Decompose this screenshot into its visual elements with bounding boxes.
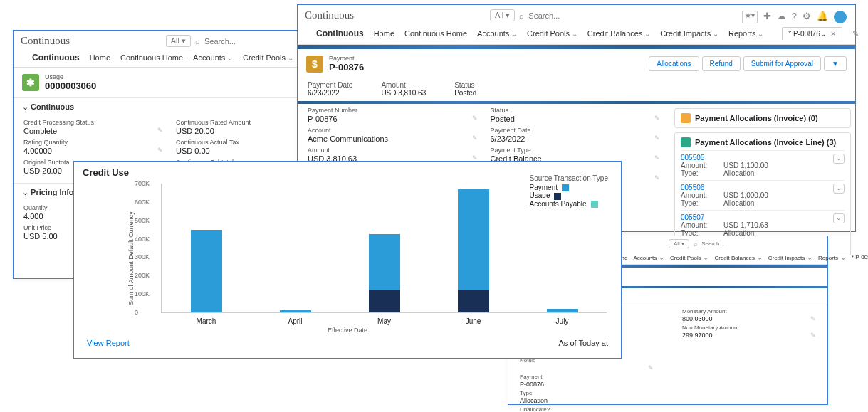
payment-allocations-invoice-card[interactable]: Payment Allocations (Invoice) (0) (674, 108, 851, 128)
nav-reports[interactable]: Reports (728, 29, 763, 38)
allocation-link[interactable]: 005507 (681, 213, 704, 221)
bar-segment-payment (191, 230, 222, 312)
more-actions-button[interactable]: ▼ (824, 56, 847, 71)
label: Amount: (681, 221, 723, 229)
value[interactable]: Complete (23, 127, 163, 136)
legend-item: Payment (530, 184, 608, 191)
label: Type: (681, 199, 723, 207)
y-tick: 600K (135, 199, 150, 206)
nav-continuous-home[interactable]: Continuous Home (404, 29, 467, 38)
nav-credit-balances[interactable]: Credit Balances (587, 29, 650, 38)
search-scope[interactable]: All ▾ (490, 9, 515, 21)
x-tick: April (274, 317, 317, 325)
payment-summary: Payment Date6/23/2022 AmountUSD 3,810.63… (298, 78, 855, 97)
record-type: Payment (329, 55, 364, 62)
chevron-down-icon[interactable]: ⌄ (833, 213, 845, 223)
allocation-item: 005506⌄ Amount:USD 1,000.00 Type:Allocat… (681, 180, 845, 207)
allocation-link[interactable]: 005505 (681, 154, 704, 162)
record-number: P-00876 (329, 62, 364, 73)
bar-segment-payment (547, 309, 578, 312)
chevron-down-icon[interactable]: ⌄ (833, 154, 845, 164)
value[interactable]: 299.97000 (682, 332, 816, 339)
value: USD 3,810.63 (381, 89, 426, 97)
nav-accounts[interactable]: Accounts (633, 253, 664, 261)
nav-continuous-home[interactable]: Continuous Home (120, 53, 183, 62)
nav-credit-impacts[interactable]: Credit Impacts (660, 29, 718, 38)
y-tick: 700K (135, 180, 150, 187)
label: Amount (308, 147, 478, 154)
section-continuous[interactable]: Continuous (14, 97, 325, 116)
value: Posted (454, 89, 476, 97)
value[interactable] (520, 364, 654, 372)
cloud-icon[interactable]: ☁ (777, 11, 786, 23)
workspace-name: Continuous (316, 28, 364, 38)
nav-credit-pools[interactable]: Credit Pools (670, 253, 708, 261)
label: Payment Date (491, 127, 661, 134)
search-input[interactable] (528, 11, 642, 20)
value: USD 1,000.00 (723, 191, 845, 199)
value[interactable]: 800.03000 (682, 315, 816, 323)
avatar[interactable] (834, 11, 847, 23)
nav-accounts[interactable]: Accounts (477, 29, 517, 38)
allocations-button[interactable]: Allocations (649, 56, 699, 71)
nav-accounts[interactable]: Accounts (193, 53, 233, 62)
nav-credit-balances[interactable]: Credit Balances (714, 253, 762, 261)
label: Payment Number (308, 107, 478, 114)
usage-icon: ✱ (22, 74, 39, 91)
y-tick: 500K (135, 217, 150, 224)
bar-column: March (191, 184, 222, 312)
label: Account (308, 127, 478, 134)
nav-credit-impacts[interactable]: Credit Impacts (768, 253, 812, 261)
value: 6/23/2022 (308, 89, 352, 97)
label: Unallocate? (520, 406, 654, 412)
close-icon[interactable]: ✕ (830, 30, 836, 38)
record-tab[interactable]: * P-00876 (852, 254, 868, 260)
nav-home[interactable]: Home (90, 53, 110, 62)
label: Continuous Rated Amount (176, 119, 315, 126)
bell-icon[interactable]: 🔔 (817, 11, 828, 23)
value: Allocation (520, 397, 654, 405)
bar-column: April (280, 184, 311, 312)
record-tab[interactable]: * P-00876 ⌄✕ (782, 27, 842, 40)
value[interactable]: 6/23/2022 (491, 134, 661, 144)
credit-use-chart-window: Credit Use Sum of Amount Default Currenc… (73, 161, 622, 359)
refund-button[interactable]: Refund (702, 56, 741, 71)
workspace-name: Continuous (32, 53, 80, 63)
label: Credit Processing Status (23, 119, 163, 126)
allocation-item: 005505⌄ Amount:USD 1,100.00 Type:Allocat… (681, 150, 845, 177)
nav-credit-pools[interactable]: Credit Pools (527, 29, 577, 38)
card-title: Payment Allocations (Invoice Line) (3) (681, 137, 845, 147)
search-scope[interactable]: All ▾ (166, 35, 191, 47)
search-scope[interactable]: All ▾ (669, 239, 689, 248)
value[interactable]: Posted (491, 115, 661, 124)
label: Monetary Amount (682, 308, 816, 315)
x-tick: March (185, 317, 228, 325)
nav-credit-pools[interactable]: Credit Pools (243, 53, 293, 62)
value: USD 0.00 (176, 147, 315, 156)
nav-home[interactable]: Home (374, 29, 394, 38)
view-report-link[interactable]: View Report (87, 339, 130, 347)
value[interactable]: P-00876 (308, 115, 478, 124)
submit-for-approval-button[interactable]: Submit for Approval (743, 56, 821, 71)
add-icon[interactable]: ✚ (763, 11, 771, 23)
allocation-link[interactable]: 005506 (681, 184, 704, 191)
legend-item: Accounts Payable (530, 200, 608, 208)
nav-reports[interactable]: Reports (818, 253, 846, 261)
edit-icon[interactable]: ✎ (852, 29, 859, 38)
account-link[interactable]: Acme Communications (308, 134, 478, 144)
gear-icon[interactable]: ⚙ (802, 11, 811, 23)
label: Status (491, 107, 661, 114)
label: Type (520, 390, 654, 396)
payment-link[interactable]: P-00876 (520, 381, 654, 389)
bar-segment-payment (280, 310, 311, 312)
help-icon[interactable]: ? (792, 11, 797, 23)
value[interactable]: 4.00000 (23, 147, 163, 156)
y-axis-label: Sum of Amount Default Currency (127, 211, 135, 305)
record-number: 0000003060 (45, 80, 96, 91)
search-input[interactable] (701, 241, 773, 247)
search-icon: ⌕ (694, 241, 697, 248)
chevron-down-icon[interactable]: ⌄ (833, 184, 845, 194)
value: Allocation (723, 169, 845, 177)
value: USD 1,100.00 (723, 162, 845, 169)
star-icon[interactable]: ★▾ (742, 11, 758, 23)
